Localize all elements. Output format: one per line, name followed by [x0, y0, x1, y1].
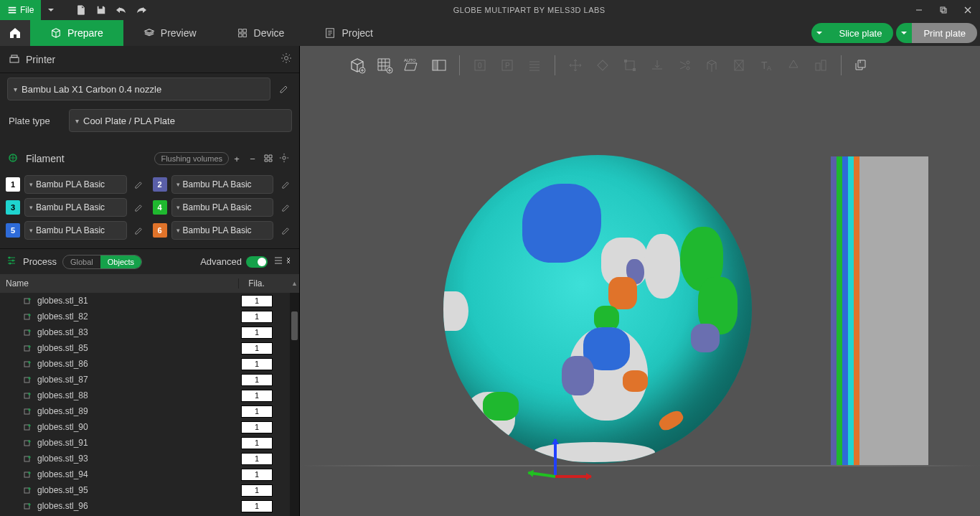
- object-filament[interactable]: 1: [241, 421, 273, 433]
- edit-filament-icon[interactable]: [278, 203, 293, 212]
- new-file-icon[interactable]: [71, 0, 91, 20]
- advanced-toggle[interactable]: [246, 256, 268, 268]
- sync-filament-icon[interactable]: [260, 153, 276, 165]
- undo-icon[interactable]: [111, 0, 131, 20]
- object-filament[interactable]: 1: [241, 295, 273, 307]
- object-row[interactable]: globes.stl_88 1: [0, 388, 290, 403]
- filament-dropdown-5[interactable]: ▾Bambu PLA Basic: [24, 221, 127, 240]
- filament-dropdown-2[interactable]: ▾Bambu PLA Basic: [171, 175, 274, 194]
- tab-project[interactable]: Project: [304, 20, 393, 46]
- object-filament[interactable]: 1: [241, 374, 273, 386]
- object-filament[interactable]: 1: [241, 437, 273, 449]
- printer-model-dropdown[interactable]: ▾ Bambu Lab X1 Carbon 0.4 nozzle: [7, 78, 270, 100]
- object-filament[interactable]: 1: [241, 484, 273, 497]
- object-filament[interactable]: 1: [241, 311, 273, 323]
- object-filament[interactable]: 1: [241, 390, 273, 402]
- edit-filament-icon[interactable]: [278, 180, 293, 189]
- object-filament[interactable]: 1: [241, 358, 273, 370]
- tool-plate-icon[interactable]: P: [494, 52, 520, 78]
- filament-dropdown-4[interactable]: ▾Bambu PLA Basic: [171, 198, 274, 217]
- mode-toggle[interactable]: Global Objects: [62, 255, 142, 269]
- split-view-icon[interactable]: [426, 52, 452, 78]
- tab-device[interactable]: Device: [217, 20, 305, 46]
- fila-column-header[interactable]: Fila.: [238, 278, 274, 289]
- object-filament[interactable]: 1: [241, 453, 273, 465]
- mode-objects[interactable]: Objects: [100, 255, 141, 268]
- object-row[interactable]: globes.stl_96 1: [0, 498, 290, 514]
- object-row[interactable]: globes.stl_81 1: [0, 293, 290, 309]
- minimize-button[interactable]: [907, 0, 931, 20]
- object-row[interactable]: globes.stl_95 1: [0, 482, 290, 498]
- flushing-volumes-button[interactable]: Flushing volumes: [154, 152, 229, 165]
- home-tab[interactable]: [0, 20, 30, 46]
- object-filament[interactable]: 1: [241, 342, 273, 355]
- object-filament[interactable]: 1: [241, 327, 273, 339]
- object-filament[interactable]: 1: [241, 405, 273, 418]
- assembly-view-icon[interactable]: [849, 52, 875, 78]
- object-row[interactable]: globes.stl_83 1: [0, 324, 290, 340]
- auto-arrange-icon[interactable]: AUTO: [399, 52, 425, 78]
- plate-type-dropdown[interactable]: ▾ Cool Plate / PLA Plate: [69, 109, 292, 132]
- object-row[interactable]: globes.stl_89 1: [0, 403, 290, 419]
- move-tool-icon[interactable]: [562, 52, 588, 78]
- save-icon[interactable]: [91, 0, 111, 20]
- close-button[interactable]: [956, 0, 980, 20]
- edit-filament-icon[interactable]: [131, 226, 147, 235]
- add-cube-icon[interactable]: [344, 52, 370, 78]
- assembly-tool-icon[interactable]: [808, 52, 834, 78]
- edit-printer-icon[interactable]: [276, 84, 292, 94]
- filament-swatch-6[interactable]: 6: [153, 223, 167, 238]
- mode-global[interactable]: Global: [63, 255, 100, 268]
- scroll-up-icon[interactable]: ▲: [290, 280, 299, 287]
- filament-swatch-1[interactable]: 1: [6, 177, 20, 192]
- object-row[interactable]: globes.stl_85 1: [0, 340, 290, 356]
- scale-tool-icon[interactable]: [617, 52, 643, 78]
- edit-filament-icon[interactable]: [278, 226, 293, 235]
- remove-filament-icon[interactable]: −: [245, 154, 260, 164]
- flatten-tool-icon[interactable]: [644, 52, 670, 78]
- add-filament-icon[interactable]: +: [229, 154, 245, 164]
- text-tool-icon[interactable]: TA: [753, 52, 779, 78]
- file-menu[interactable]: File: [0, 0, 41, 20]
- maximize-button[interactable]: [931, 0, 956, 20]
- file-dropdown[interactable]: [41, 0, 61, 20]
- filament-swatch-2[interactable]: 2: [153, 177, 167, 192]
- object-filament[interactable]: 1: [241, 469, 273, 481]
- filament-dropdown-3[interactable]: ▾Bambu PLA Basic: [24, 198, 127, 217]
- list-view-icon[interactable]: [273, 255, 283, 268]
- printer-settings-icon[interactable]: [281, 52, 292, 66]
- object-row[interactable]: globes.stl_87 1: [0, 372, 290, 388]
- filament-settings-icon[interactable]: [276, 153, 292, 165]
- object-row[interactable]: globes.stl_93 1: [0, 451, 290, 466]
- tab-preview[interactable]: Preview: [123, 20, 217, 46]
- add-plate-icon[interactable]: [372, 52, 397, 78]
- object-row[interactable]: globes.stl_91 1: [0, 435, 290, 451]
- object-row[interactable]: globes.stl_86 1: [0, 356, 290, 372]
- viewport[interactable]: AUTO 0 P TA: [300, 46, 980, 516]
- filament-swatch-3[interactable]: 3: [6, 200, 20, 215]
- slice-chevron-icon[interactable]: [811, 23, 827, 43]
- globe-model[interactable]: [443, 155, 752, 464]
- tool-layers-icon[interactable]: [522, 52, 547, 78]
- object-filament[interactable]: 1: [241, 500, 273, 512]
- slice-plate-button[interactable]: Slice plate: [811, 23, 893, 43]
- filament-dropdown-1[interactable]: ▾Bambu PLA Basic: [24, 175, 127, 194]
- object-row[interactable]: globes.stl_94 1: [0, 466, 290, 482]
- cut-tool-icon[interactable]: [672, 52, 697, 78]
- edit-filament-icon[interactable]: [131, 180, 147, 189]
- mesh-tool-icon[interactable]: [699, 52, 725, 78]
- print-chevron-icon[interactable]: [896, 23, 912, 43]
- object-row[interactable]: globes.stl_82 1: [0, 309, 290, 324]
- measure-tool-icon[interactable]: [781, 52, 806, 78]
- edit-filament-icon[interactable]: [131, 203, 147, 212]
- object-row[interactable]: globes.stl_90 1: [0, 419, 290, 435]
- scrollbar-thumb[interactable]: [291, 311, 298, 340]
- filament-dropdown-6[interactable]: ▾Bambu PLA Basic: [171, 221, 274, 240]
- support-tool-icon[interactable]: [726, 52, 752, 78]
- expand-icon[interactable]: [283, 255, 293, 268]
- redo-icon[interactable]: [131, 0, 151, 20]
- tool-orient-icon[interactable]: 0: [467, 52, 493, 78]
- print-plate-button[interactable]: Print plate: [896, 23, 977, 43]
- scrollbar[interactable]: [290, 293, 299, 516]
- filament-swatch-5[interactable]: 5: [6, 223, 20, 238]
